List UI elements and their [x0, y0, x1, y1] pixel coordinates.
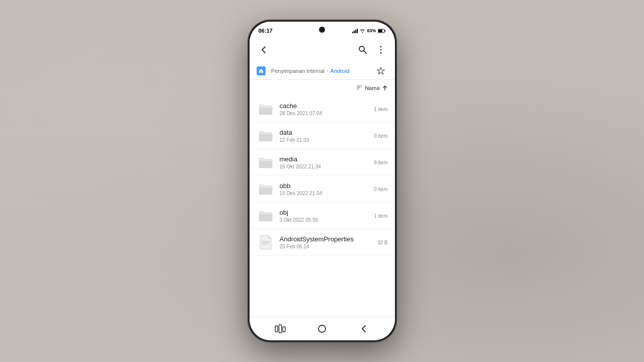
sort-icon — [356, 85, 362, 91]
folder-icon — [257, 180, 275, 198]
breadcrumb: › Penyimpanan internal › Android — [257, 66, 350, 75]
file-date: 28 Des 2021 07.04 — [280, 111, 370, 116]
svg-rect-1 — [354, 31, 355, 33]
more-options-button[interactable] — [374, 43, 388, 57]
file-date: 20 Feb 06.14 — [280, 244, 373, 249]
wifi-icon — [360, 29, 365, 33]
file-meta: 0 item — [374, 133, 387, 139]
list-item[interactable]: media 16 Okt 2022 21.34 9 item — [250, 149, 395, 176]
file-info: obb 19 Des 2022 21.54 — [280, 182, 370, 196]
svg-rect-21 — [318, 325, 326, 332]
bottom-nav — [250, 316, 395, 340]
sort-arrow[interactable] — [382, 85, 388, 91]
svg-rect-2 — [355, 30, 356, 33]
folder-icon — [257, 127, 275, 145]
file-meta: 1 item — [374, 213, 387, 219]
nav-bar — [250, 38, 395, 62]
svg-point-9 — [380, 46, 381, 48]
svg-rect-5 — [384, 30, 385, 32]
file-info: obj 3 Okt 2022 05.56 — [280, 209, 370, 223]
file-meta: 0 item — [374, 187, 387, 192]
list-item[interactable]: data 12 Feb 21.03 0 item — [250, 123, 395, 149]
file-info: AndroidSystemProperties 20 Feb 06.14 — [280, 235, 373, 249]
file-document-icon — [257, 233, 275, 251]
home-button[interactable] — [314, 321, 330, 337]
breadcrumb-internal-storage[interactable]: Penyimpanan internal — [271, 68, 325, 74]
breadcrumb-current[interactable]: Android — [331, 68, 350, 74]
svg-rect-19 — [279, 325, 282, 333]
list-item[interactable]: obb 19 Des 2022 21.54 0 item — [250, 176, 395, 203]
file-info: cache 28 Des 2021 07.04 — [280, 102, 370, 116]
file-name: media — [280, 155, 370, 163]
home-icon[interactable] — [257, 66, 266, 75]
phone-screen: 06:17 63% — [250, 22, 395, 340]
status-time: 06:17 — [259, 28, 273, 34]
battery-text: 63% — [367, 28, 376, 33]
file-date: 16 Okt 2022 21.34 — [280, 164, 370, 169]
status-icons: 63% — [352, 28, 385, 33]
camera-notch — [319, 27, 325, 33]
list-item[interactable]: AndroidSystemProperties 20 Feb 06.14 32 … — [250, 229, 395, 256]
file-name: AndroidSystemProperties — [280, 235, 373, 243]
phone-device: 06:17 63% — [248, 20, 396, 342]
file-name: cache — [280, 102, 370, 110]
file-info: data 12 Feb 21.03 — [280, 129, 370, 143]
folder-icon — [257, 153, 275, 171]
battery-icon — [378, 29, 386, 33]
recents-button[interactable] — [272, 321, 288, 337]
svg-rect-18 — [275, 326, 278, 332]
sort-bar: Nama — [250, 80, 395, 96]
favorite-button[interactable] — [374, 64, 388, 78]
file-name: data — [280, 129, 370, 136]
back-button[interactable] — [257, 43, 271, 57]
svg-point-11 — [380, 52, 381, 54]
breadcrumb-sep2: › — [327, 68, 328, 73]
svg-rect-20 — [283, 327, 285, 332]
svg-rect-3 — [357, 29, 358, 33]
svg-rect-0 — [352, 32, 353, 33]
list-item[interactable]: obj 3 Okt 2022 05.56 1 item — [250, 203, 395, 229]
breadcrumb-sep1: › — [268, 68, 269, 73]
list-item[interactable]: cache 28 Des 2021 07.04 1 item — [250, 96, 395, 123]
svg-rect-6 — [378, 30, 382, 32]
back-nav-button[interactable] — [356, 321, 372, 337]
file-meta: 1 item — [374, 107, 387, 112]
svg-line-8 — [364, 51, 366, 53]
file-name: obb — [280, 182, 370, 190]
svg-point-10 — [380, 49, 381, 51]
signal-icon — [352, 28, 358, 33]
file-info: media 16 Okt 2022 21.34 — [280, 155, 370, 169]
search-button[interactable] — [356, 43, 370, 57]
file-date: 3 Okt 2022 05.56 — [280, 217, 370, 223]
breadcrumb-bar: › Penyimpanan internal › Android — [250, 62, 395, 80]
folder-icon — [257, 100, 275, 118]
file-date: 12 Feb 21.03 — [280, 137, 370, 143]
file-name: obj — [280, 209, 370, 216]
file-meta: 9 item — [374, 160, 387, 165]
file-date: 19 Des 2022 21.54 — [280, 191, 370, 196]
sort-label[interactable]: Nama — [356, 85, 379, 91]
file-list: cache 28 Des 2021 07.04 1 item data 12 F… — [250, 96, 395, 316]
file-meta: 32 B — [377, 240, 388, 245]
status-bar: 06:17 63% — [250, 22, 395, 38]
folder-icon — [257, 207, 275, 225]
